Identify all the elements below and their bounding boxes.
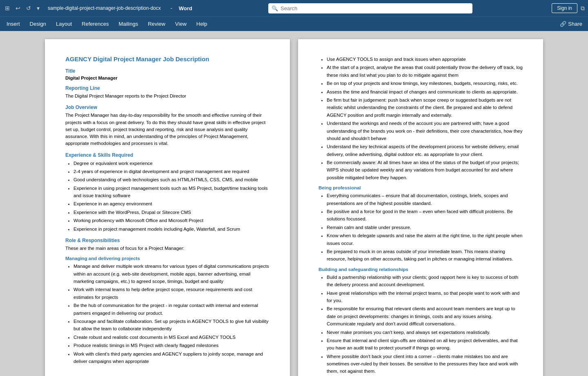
menubar: Insert Design Layout References Mailings… (0, 16, 588, 31)
grid-icon[interactable]: ⊞ (3, 4, 11, 12)
menu-help[interactable]: Help (192, 18, 212, 29)
menu-review[interactable]: Review (143, 18, 170, 29)
menu-mailings[interactable]: Mailings (114, 18, 143, 29)
list-item: Understand the key technical aspects of … (327, 143, 523, 158)
section-title-content: Digital Project Manager (65, 76, 270, 80)
list-item: Work with internal teams to help define … (74, 286, 270, 301)
professional-list: Everything communicates – ensure that al… (318, 192, 523, 263)
list-item: Experience in using project management t… (74, 185, 270, 200)
list-item: Use AGENCY TOOLS to assign and track iss… (327, 56, 523, 63)
continuation-list: Use AGENCY TOOLS to assign and track iss… (318, 56, 523, 181)
experience-list: Degree or equivalent work experience 2-4… (65, 160, 270, 233)
window-controls: ⊞ ↩ ↺ ▾ (3, 4, 41, 12)
list-item: Be positive and a force for good in the … (327, 208, 523, 223)
list-item: Manage and deliver multiple work streams… (74, 263, 270, 285)
section-experience-heading: Experience & Skills Required (65, 152, 270, 158)
app-name: Word (179, 5, 192, 11)
menu-insert[interactable]: Insert (2, 18, 25, 29)
page-right: Use AGENCY TOOLS to assign and track iss… (298, 39, 543, 376)
list-item: Degree or equivalent work experience (74, 160, 270, 167)
section-title-heading: Title (65, 68, 270, 74)
document-area: AGENCY Digital Project Manager Job Descr… (0, 31, 588, 376)
undo-icon[interactable]: ↩ (14, 4, 22, 12)
list-item: Good understanding of web technologies s… (74, 176, 270, 183)
list-item: Be on top of your projects and know timi… (327, 80, 523, 87)
signin-button[interactable]: Sign in (552, 3, 577, 13)
list-item: Create robust and realistic cost documen… (74, 334, 270, 341)
share-button[interactable]: 🔗 Share (554, 18, 588, 29)
list-item: 2-4 years of experience in digital devel… (74, 168, 270, 175)
menu-view[interactable]: View (170, 18, 192, 29)
search-input[interactable] (268, 3, 472, 13)
list-item: Never make promises you can't keep, and … (327, 329, 523, 336)
list-item: Be the hub of communication for the proj… (74, 302, 270, 317)
redo-icon[interactable]: ↺ (24, 4, 33, 12)
list-item: Where possible don't back your client in… (327, 353, 523, 375)
list-item: Ensure that internal and client sign-off… (327, 337, 523, 352)
list-item: At the start of a project, analyse the a… (327, 64, 523, 79)
list-item: Experience with the WordPress, Drupal or… (74, 209, 270, 216)
title-separator: - (171, 5, 172, 11)
sub-heading-relationships: Building and safeguarding relationships (318, 267, 523, 272)
list-item: Be responsible for ensuring that relevan… (327, 305, 523, 327)
section-overview-content: The Project Manager has day-to-day respo… (65, 112, 270, 147)
list-item: Work with client's third party agencies … (74, 350, 270, 365)
sub-heading-professional: Being professional (318, 185, 523, 190)
menu-design[interactable]: Design (25, 18, 51, 29)
list-item: Working proficiency with Microsoft Offic… (74, 217, 270, 224)
list-item: Be commercially aware: At all times have… (327, 159, 523, 181)
list-item: Experience in project management models … (74, 225, 270, 233)
relationships-list: Build a partnership relationship with yo… (318, 274, 523, 375)
titlebar: ⊞ ↩ ↺ ▾ sample-digital-project-manager-j… (0, 0, 588, 16)
menu-references[interactable]: References (77, 18, 114, 29)
document-title: sample-digital-project-manager-job-descr… (48, 5, 161, 11)
list-item: Know when to delegate upwards and raise … (327, 232, 523, 247)
section-role-intro: These are the main areas of focus for a … (65, 245, 270, 252)
section-reporting-content: The Digital Project Manager reports to t… (65, 93, 270, 100)
menu-layout[interactable]: Layout (51, 18, 77, 29)
sub-heading-managing: Managing and delivering projects (65, 256, 270, 261)
restore-icon[interactable]: ⧉ (581, 5, 585, 12)
search-icon: 🔍 (272, 5, 278, 11)
page-left: AGENCY Digital Project Manager Job Descr… (45, 39, 290, 376)
list-item: Assess the time and financial impact of … (327, 88, 523, 96)
list-item: Understand the workings and needs of the… (327, 120, 523, 142)
list-item: Be firm but fair in judgement: push back… (327, 96, 523, 119)
list-item: Everything communicates – ensure that al… (327, 192, 523, 207)
doc-title: AGENCY Digital Project Manager Job Descr… (65, 56, 270, 62)
list-item: Be prepared to muck in on areas outside … (327, 248, 523, 263)
list-item: Remain calm and stable under pressure. (327, 224, 523, 231)
list-item: Build a partnership relationship with yo… (327, 274, 523, 289)
list-item: Have great relationships with the intern… (327, 289, 523, 305)
list-item: Produce realistic timings in MS Project … (74, 342, 270, 349)
quick-access-icon[interactable]: ▾ (35, 4, 41, 12)
search-container: 🔍 (268, 3, 472, 13)
titlebar-right: Sign in ⧉ (552, 3, 585, 13)
list-item: Encourage and facilitate collaboration. … (74, 318, 270, 333)
section-reporting-heading: Reporting Line (65, 85, 270, 91)
managing-list: Manage and deliver multiple work streams… (65, 263, 270, 365)
section-overview-heading: Job Overview (65, 105, 270, 110)
section-role-heading: Role & Responsibilities (65, 238, 270, 243)
list-item: Experience in an agency environment (74, 200, 270, 207)
